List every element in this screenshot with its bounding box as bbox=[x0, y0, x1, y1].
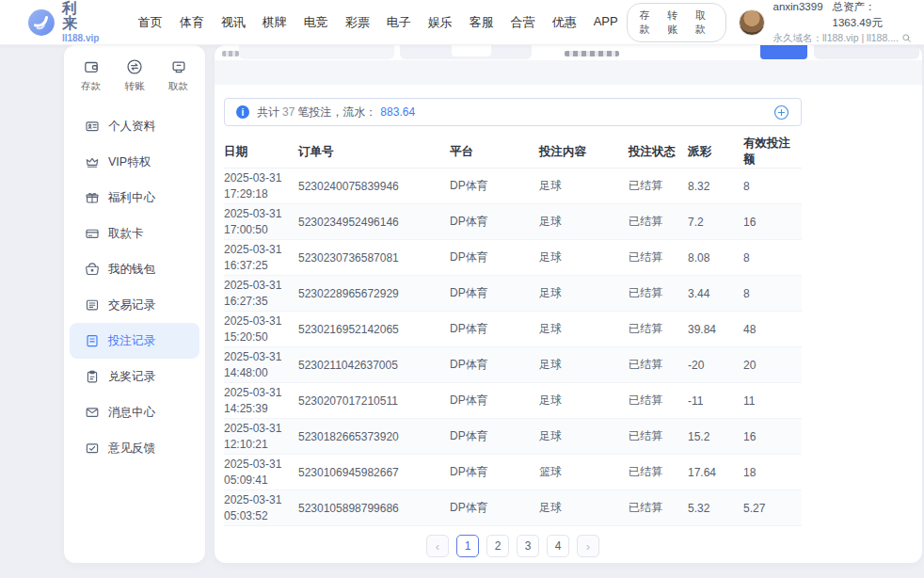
cell-date: 2025-03-3115:20:50 bbox=[224, 312, 298, 347]
sidebar-item-withdraw-card[interactable]: 取款卡 bbox=[64, 216, 205, 251]
cell-bet-status: 已结算 bbox=[629, 419, 688, 455]
header-deposit-action[interactable]: 存款 bbox=[640, 8, 659, 37]
shortcut-label: 存款 bbox=[81, 80, 101, 93]
cell-payout: 39.84 bbox=[688, 312, 743, 347]
sidebar-item-label: 意见反馈 bbox=[108, 441, 155, 457]
user-avatar[interactable] bbox=[739, 9, 765, 36]
cell-bet-content: 足球 bbox=[539, 169, 629, 204]
cell-bet-status: 已结算 bbox=[629, 204, 688, 240]
column-header: 日期 bbox=[224, 136, 298, 169]
page-prev-button[interactable]: ‹ bbox=[426, 535, 449, 557]
sidebar: 存款转账取款 个人资料VIP特权福利中心取款卡我的钱包交易记录投注记录兑奖记录消… bbox=[64, 45, 205, 563]
nav-item-11[interactable]: APP bbox=[585, 14, 627, 31]
cell-order-number: 5230211042637005 bbox=[298, 347, 450, 383]
cell-order-number: 5230216952142065 bbox=[298, 312, 450, 347]
filter-search-button[interactable] bbox=[760, 45, 807, 59]
nav-item-2[interactable]: 视讯 bbox=[213, 14, 254, 31]
cell-bet-status: 已结算 bbox=[629, 312, 688, 347]
nav-item-8[interactable]: 客服 bbox=[461, 14, 502, 31]
search-icon[interactable] bbox=[901, 33, 912, 43]
header-transfer-action[interactable]: 转账 bbox=[667, 8, 686, 37]
nav-item-4[interactable]: 电竞 bbox=[295, 14, 337, 31]
cell-date: 2025-03-3117:29:18 bbox=[224, 169, 298, 204]
filter-bar-clipped bbox=[215, 45, 922, 60]
cell-platform: DP体育 bbox=[450, 490, 539, 526]
sidebar-item-transaction-records[interactable]: 交易记录 bbox=[64, 287, 205, 323]
header-withdraw-action[interactable]: 取款 bbox=[695, 8, 714, 37]
sidebar-item-bet-records[interactable]: 投注记录 bbox=[70, 323, 199, 359]
filter-input[interactable] bbox=[239, 45, 394, 59]
sidebar-shortcut-withdraw[interactable]: 取款 bbox=[168, 58, 188, 93]
column-header: 投注内容 bbox=[539, 136, 629, 169]
nav-item-10[interactable]: 优惠 bbox=[544, 14, 585, 31]
sidebar-item-welfare[interactable]: 福利中心 bbox=[64, 180, 205, 216]
cell-valid-bet: 11 bbox=[743, 383, 802, 419]
cell-payout: 15.2 bbox=[688, 419, 743, 455]
pagination: ‹1234› bbox=[224, 535, 802, 557]
nav-item-9[interactable]: 合营 bbox=[502, 14, 544, 31]
table-row: 2025-03-3117:29:185230240075839946DP体育足球… bbox=[224, 169, 802, 204]
cell-date: 2025-03-3116:37:25 bbox=[224, 240, 298, 276]
cell-payout: -11 bbox=[688, 383, 743, 419]
table-row: 2025-03-3105:03:525230105898799686DP体育足球… bbox=[224, 490, 802, 526]
cell-valid-bet: 20 bbox=[743, 347, 802, 383]
sidebar-item-wallet[interactable]: 我的钱包 bbox=[64, 251, 205, 287]
top-header: 利 来 ll188.vip 首页体育视讯棋牌电竞彩票电子娱乐客服合营优惠APP … bbox=[0, 0, 924, 45]
sidebar-menu: 个人资料VIP特权福利中心取款卡我的钱包交易记录投注记录兑奖记录消息中心意见反馈 bbox=[64, 108, 205, 466]
cell-platform: DP体育 bbox=[450, 455, 539, 490]
sidebar-item-prize-records[interactable]: 兑奖记录 bbox=[64, 359, 205, 394]
sidebar-item-label: VIP特权 bbox=[108, 154, 151, 170]
cell-order-number: 5230106945982667 bbox=[298, 455, 450, 490]
sidebar-item-label: 投注记录 bbox=[108, 333, 155, 349]
cell-valid-bet: 5.27 bbox=[743, 490, 802, 526]
cell-date: 2025-03-3114:48:00 bbox=[224, 347, 298, 383]
brand-logo[interactable]: 利 来 ll188.vip bbox=[28, 1, 107, 43]
column-header: 平台 bbox=[450, 136, 539, 169]
cell-bet-content: 篮球 bbox=[539, 455, 629, 490]
cell-platform: DP体育 bbox=[450, 347, 539, 383]
transfer-icon bbox=[126, 58, 143, 75]
summary-bar: i 共计37笔投注，流水：883.64 bbox=[224, 98, 802, 126]
sidebar-item-feedback[interactable]: 意见反馈 bbox=[64, 430, 205, 466]
sidebar-shortcut-deposit[interactable]: 存款 bbox=[81, 58, 101, 93]
cell-bet-status: 已结算 bbox=[629, 490, 688, 526]
nav-item-7[interactable]: 娱乐 bbox=[420, 14, 461, 31]
cell-platform: DP体育 bbox=[450, 383, 539, 419]
expand-plus-icon[interactable] bbox=[773, 104, 789, 120]
filter-extra-control[interactable] bbox=[814, 45, 919, 59]
filter-segment-buttons[interactable] bbox=[400, 45, 532, 59]
table-row: 2025-03-3116:37:255230230736587081DP体育足球… bbox=[224, 240, 802, 276]
cell-payout: 3.44 bbox=[688, 276, 743, 312]
nav-item-6[interactable]: 电子 bbox=[378, 14, 420, 31]
page-4-button[interactable]: 4 bbox=[547, 535, 569, 557]
sidebar-item-profile[interactable]: 个人资料 bbox=[64, 108, 205, 144]
page-3-button[interactable]: 3 bbox=[517, 535, 539, 557]
sidebar-shortcut-transfer[interactable]: 转账 bbox=[125, 58, 145, 93]
nav-item-3[interactable]: 棋牌 bbox=[254, 14, 295, 31]
bet-records-table: 日期订单号平台投注内容投注状态派彩有效投注额 2025-03-3117:29:1… bbox=[224, 136, 802, 526]
sidebar-item-message-center[interactable]: 消息中心 bbox=[64, 394, 205, 430]
page-2-button[interactable]: 2 bbox=[486, 535, 509, 557]
user-meta: anxin3399 总资产：1363.49元 永久域名：ll188.vip | … bbox=[773, 0, 913, 45]
prize-records-icon bbox=[85, 369, 100, 384]
nav-item-0[interactable]: 首页 bbox=[130, 14, 171, 31]
sidebar-item-vip[interactable]: VIP特权 bbox=[64, 144, 205, 180]
cell-valid-bet: 8 bbox=[743, 276, 802, 312]
page-next-button[interactable]: › bbox=[577, 535, 599, 557]
cell-bet-status: 已结算 bbox=[629, 276, 688, 312]
sidebar-item-label: 个人资料 bbox=[108, 119, 155, 135]
sidebar-item-label: 交易记录 bbox=[108, 297, 155, 313]
cell-bet-content: 足球 bbox=[539, 276, 629, 312]
cell-valid-bet: 16 bbox=[743, 419, 802, 455]
sidebar-shortcuts: 存款转账取款 bbox=[64, 58, 205, 93]
page-1-button[interactable]: 1 bbox=[456, 535, 479, 557]
brand-name: 利 来 bbox=[62, 1, 107, 31]
cell-payout: 5.32 bbox=[688, 490, 743, 526]
column-header: 投注状态 bbox=[629, 136, 688, 169]
filter-gap-band bbox=[215, 60, 922, 85]
cell-order-number: 5230240075839946 bbox=[298, 169, 450, 204]
cell-bet-content: 足球 bbox=[539, 347, 629, 383]
nav-item-1[interactable]: 体育 bbox=[171, 14, 213, 31]
feedback-icon bbox=[85, 441, 100, 456]
nav-item-5[interactable]: 彩票 bbox=[337, 14, 378, 31]
